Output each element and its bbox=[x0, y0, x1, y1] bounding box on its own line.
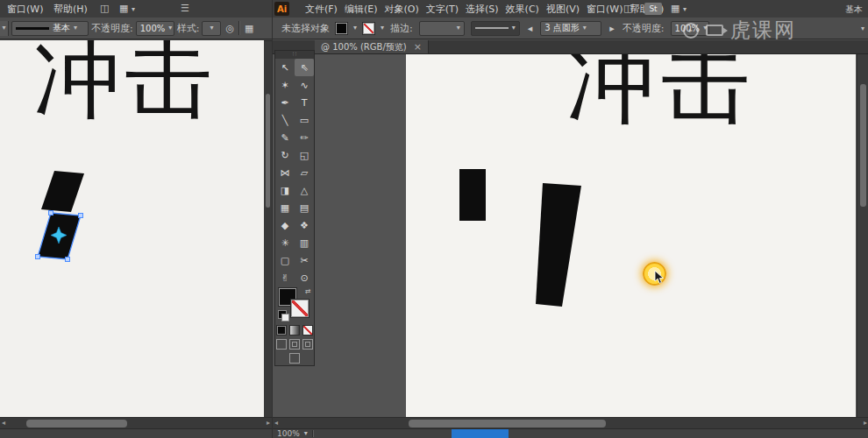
rectangle-tool[interactable]: ▭ bbox=[295, 111, 314, 129]
menu-file[interactable]: 文件(F) bbox=[302, 0, 341, 18]
menu-window[interactable]: 窗口(W) bbox=[4, 0, 46, 18]
swap-fill-stroke-icon[interactable]: ⇄ bbox=[305, 287, 311, 295]
draw-inside-button[interactable] bbox=[302, 339, 313, 350]
opacity-dropdown[interactable]: 100% ▾ bbox=[671, 21, 709, 36]
left-illustrator-window: 窗口(W) 帮助(H) ◫ ▦ ▾ ☰ ▾ 基本 ▾ 不透明度: 100% ▾ … bbox=[0, 0, 272, 438]
artboard-tool[interactable]: ▢ bbox=[275, 251, 295, 269]
screen-mode-button[interactable] bbox=[289, 353, 300, 364]
color-mode-row bbox=[275, 323, 314, 337]
draw-normal-button[interactable] bbox=[276, 339, 287, 350]
left-canvas[interactable]: 冲击 bbox=[0, 40, 264, 417]
scroll-left-icon[interactable]: ◂ bbox=[2, 419, 5, 427]
default-fill-stroke-icon[interactable] bbox=[278, 310, 287, 319]
next-brush-icon[interactable]: ▸ bbox=[608, 23, 616, 34]
recolor-artwork-icon[interactable]: ◎ bbox=[224, 23, 236, 34]
align-panel-icon[interactable]: ▦ bbox=[243, 23, 255, 34]
menu-type[interactable]: 文字(T) bbox=[423, 0, 462, 18]
left-horizontal-scrollbar[interactable]: ◂ ▸ bbox=[0, 417, 272, 429]
line-segment-tool[interactable]: ╲ bbox=[275, 111, 295, 129]
separator bbox=[312, 430, 314, 437]
st-badge[interactable]: St bbox=[644, 3, 662, 15]
right-vertical-scrollbar[interactable] bbox=[857, 54, 868, 417]
rotate-tool[interactable]: ↻ bbox=[275, 146, 295, 164]
right-illustrator-window: Ai 文件(F) 编辑(E) 对象(O) 文字(T) 选择(S) 效果(C) 视… bbox=[272, 0, 868, 438]
scroll-right-icon[interactable]: ▸ bbox=[864, 419, 867, 427]
eyedropper-tool[interactable]: ◆ bbox=[275, 216, 295, 234]
pen-tool[interactable]: ✒ bbox=[275, 94, 295, 111]
scroll-right-icon[interactable]: ▸ bbox=[267, 419, 270, 427]
arrange-documents-icon[interactable]: ▦ bbox=[117, 3, 130, 14]
illustrator-logo-icon: Ai bbox=[274, 2, 289, 16]
arrange-documents-icon[interactable]: ▦ bbox=[669, 3, 681, 14]
scrollbar-thumb[interactable] bbox=[26, 420, 127, 427]
chevron-down-icon: ▾ bbox=[457, 25, 460, 32]
width-profile-dropdown[interactable]: ▾ bbox=[471, 21, 520, 36]
workspace-switcher[interactable]: 基本 bbox=[845, 4, 868, 16]
scrollbar-thumb[interactable] bbox=[409, 420, 606, 427]
color-button[interactable] bbox=[276, 325, 287, 336]
style-dropdown[interactable]: ▾ bbox=[202, 21, 221, 36]
comma-shape[interactable] bbox=[536, 183, 581, 307]
perspective-grid-tool[interactable]: △ bbox=[295, 181, 314, 199]
menu-view[interactable]: 视图(V) bbox=[543, 0, 583, 18]
zoom-tool[interactable]: ⊙ bbox=[295, 269, 314, 286]
paintbrush-tool[interactable]: ✎ bbox=[275, 129, 295, 146]
free-transform-tool[interactable]: ▱ bbox=[295, 164, 314, 181]
column-graph-tool[interactable]: ▥ bbox=[295, 234, 314, 251]
scale-tool[interactable]: ◱ bbox=[295, 146, 314, 164]
menu-effect[interactable]: 效果(C) bbox=[502, 0, 543, 18]
left-status-bar bbox=[0, 428, 272, 438]
magic-wand-tool[interactable]: ✶ bbox=[275, 76, 295, 94]
direct-selection-tool[interactable]: ⇖ bbox=[295, 59, 314, 76]
mesh-tool[interactable]: ▦ bbox=[275, 199, 295, 216]
menu-list-icon[interactable]: ☰ bbox=[179, 3, 191, 14]
parallelogram-shape[interactable] bbox=[41, 171, 84, 212]
hand-tool[interactable]: ✌ bbox=[275, 269, 295, 286]
brush-definition-dropdown[interactable]: 3 点圆形 ▾ bbox=[540, 21, 601, 36]
width-profile-preview bbox=[475, 27, 509, 29]
shape-builder-tool[interactable]: ◨ bbox=[275, 181, 295, 199]
stroke-weight-dropdown[interactable]: ▾ bbox=[419, 21, 465, 36]
menu-select[interactable]: 选择(S) bbox=[462, 0, 502, 18]
gradient-button[interactable] bbox=[289, 325, 300, 336]
panel-drag-handle[interactable]: ∷ bbox=[275, 51, 314, 59]
layout-icon[interactable]: ◫ bbox=[98, 3, 110, 14]
scrollbar-thumb[interactable] bbox=[266, 94, 270, 208]
pencil-tool[interactable]: ✏ bbox=[295, 129, 314, 146]
opacity-dropdown[interactable]: 100% ▾ bbox=[136, 21, 174, 36]
scroll-left-icon[interactable]: ◂ bbox=[274, 419, 278, 427]
opacity-value: 100% bbox=[675, 24, 701, 33]
zoom-level[interactable]: 100% bbox=[277, 429, 300, 438]
brush-definition-dropdown[interactable]: 基本 ▾ bbox=[11, 21, 89, 36]
scrollbar-thumb[interactable] bbox=[860, 84, 866, 207]
menu-edit[interactable]: 编辑(E) bbox=[341, 0, 381, 18]
none-button[interactable] bbox=[302, 325, 313, 336]
lasso-tool[interactable]: ∿ bbox=[295, 76, 314, 94]
close-icon[interactable]: × bbox=[414, 41, 422, 53]
tools-panel: ∷ ↖ ⇖ ✶ ∿ ✒ T ╲ ▭ ✎ ✏ ↻ ◱ ⋈ ▱ ◨ △ ▦ ▤ ◆ bbox=[274, 50, 315, 366]
menu-window[interactable]: 窗口(W) bbox=[583, 0, 626, 18]
document-tab[interactable]: @ 100% (RGB/预览) × bbox=[315, 40, 429, 53]
stroke-color-swatch[interactable] bbox=[363, 23, 374, 34]
type-tool[interactable]: T bbox=[295, 94, 314, 111]
edge-dropdown[interactable]: ▾ bbox=[0, 21, 9, 36]
width-tool[interactable]: ⋈ bbox=[275, 164, 295, 181]
rectangle-shape[interactable] bbox=[459, 169, 486, 221]
artboard[interactable]: 冲击 bbox=[406, 54, 856, 417]
selection-tool[interactable]: ↖ bbox=[275, 59, 295, 76]
fill-color-swatch[interactable] bbox=[336, 23, 347, 34]
previous-brush-icon[interactable]: ◂ bbox=[526, 23, 535, 34]
gradient-tool[interactable]: ▤ bbox=[295, 199, 314, 216]
menu-help[interactable]: 帮助(H) bbox=[50, 0, 91, 18]
left-vertical-scrollbar[interactable] bbox=[264, 40, 272, 418]
layout-icon[interactable]: ◫ bbox=[622, 3, 634, 14]
menu-object[interactable]: 对象(O) bbox=[381, 0, 422, 18]
control-bar-menu-icon[interactable]: ▾ bbox=[861, 25, 864, 32]
blend-tool[interactable]: ❖ bbox=[295, 216, 314, 234]
slice-tool[interactable]: ✂ bbox=[295, 251, 314, 269]
taskbar-item[interactable] bbox=[452, 429, 509, 438]
symbol-sprayer-tool[interactable]: ✳ bbox=[275, 234, 295, 251]
draw-behind-button[interactable] bbox=[289, 339, 300, 350]
right-horizontal-scrollbar[interactable]: ◂ ▸ bbox=[273, 417, 868, 429]
stroke-swatch[interactable] bbox=[291, 300, 309, 317]
